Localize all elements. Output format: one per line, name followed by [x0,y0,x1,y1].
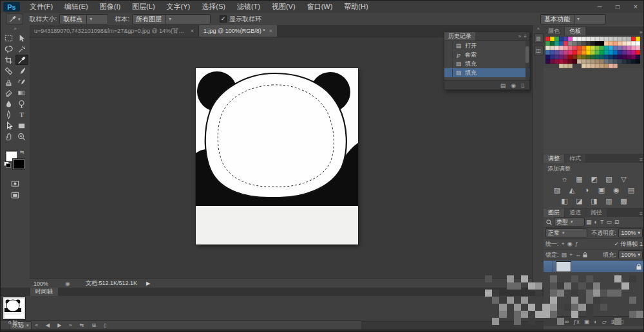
eyedropper-tool[interactable] [15,55,28,65]
color-swatch[interactable] [582,55,586,59]
color-swatch[interactable] [613,41,618,46]
color-swatch[interactable] [631,41,636,46]
color-swatch[interactable] [627,37,631,41]
color-swatch[interactable] [559,64,564,68]
color-swatch[interactable] [627,50,631,55]
color-swatch[interactable] [586,41,591,46]
color-swatch[interactable] [582,64,586,68]
history-source-checkbox[interactable] [444,60,453,68]
filter-shape-layers-icon[interactable]: ▭ [606,219,612,225]
color-swatch[interactable] [568,41,573,46]
color-swatch[interactable] [586,59,591,64]
color-swatch[interactable] [636,55,640,59]
color-swatch[interactable] [545,50,550,55]
brush-tool[interactable] [15,66,28,76]
menu-item[interactable]: 选择(S) [196,1,231,13]
color-swatch[interactable] [636,59,640,64]
crop-tool[interactable] [3,55,15,65]
adjustment-vibrance-icon[interactable]: ▽ [619,175,629,183]
zoom-tool[interactable] [15,131,28,142]
color-swatch[interactable] [618,37,622,41]
color-swatch[interactable] [559,55,564,59]
color-swatch[interactable] [618,55,622,59]
color-swatch[interactable] [622,41,627,46]
quick-mask-mode-button[interactable] [8,178,21,189]
animation-frame-1[interactable]: 1 [3,297,25,319]
menu-item[interactable]: 图层(L) [126,1,160,13]
next-frame-icon[interactable]: » [69,322,71,328]
color-swatch[interactable] [564,50,568,55]
swap-colors-icon[interactable]: ⇆ [20,149,24,155]
zoom-level-field[interactable]: 100% [33,281,48,287]
color-swatch[interactable] [604,37,609,41]
color-swatch[interactable] [568,50,573,55]
color-swatch[interactable] [568,55,573,59]
magic-wand-tool[interactable] [15,44,28,54]
color-swatch[interactable] [545,41,550,46]
background-layer-row[interactable] [544,261,644,272]
rectangle-shape-tool[interactable] [15,120,28,131]
tab-swatches[interactable]: 色板 [565,27,585,35]
color-swatch[interactable] [631,59,636,64]
lock-position-icon[interactable]: ↔ [575,252,581,258]
blur-tool[interactable] [3,98,15,109]
document-tab-active[interactable]: 1.jpg @ 100%(RGB/8) * × [199,25,277,37]
color-swatch[interactable] [550,37,554,41]
adjustment-levels-icon[interactable]: ▦ [574,175,584,183]
color-swatch[interactable] [631,50,636,55]
color-swatch[interactable] [595,55,600,59]
layer-visibility-toggle[interactable] [546,261,553,272]
color-swatch[interactable] [618,59,622,64]
color-swatch[interactable] [609,59,613,64]
color-swatch[interactable] [591,46,595,50]
color-swatch[interactable] [564,59,568,64]
delete-state-icon[interactable]: ▯ [521,82,524,89]
filter-type-layers-icon[interactable]: T [600,219,604,225]
color-swatch[interactable] [559,50,564,55]
filter-pixel-layers-icon[interactable]: ▦ [586,219,592,225]
color-swatch[interactable] [554,59,559,64]
panel-menu-icon[interactable]: ≡ [638,30,644,35]
unify-visibility-icon[interactable]: ◉ [567,241,573,247]
color-swatch[interactable] [554,37,559,41]
document-tab[interactable]: u=943189070,7432101098&fm=27&gp=0.jpg @ … [30,25,199,37]
pen-tool[interactable] [3,109,15,120]
menu-item[interactable]: 图像(I) [94,1,126,13]
close-button[interactable]: × [627,2,644,12]
color-swatch[interactable] [631,55,636,59]
new-snapshot-icon[interactable]: ◉ [511,82,516,89]
color-swatch[interactable] [573,55,577,59]
color-swatch[interactable] [609,50,613,55]
lock-transparent-pixels-icon[interactable]: ▨ [562,252,567,258]
color-swatch[interactable] [627,46,631,50]
unify-position-icon[interactable]: + [562,241,565,247]
adjustment-color-lookup-icon[interactable]: ▤ [627,186,636,194]
eraser-tool[interactable] [3,88,15,98]
dodge-tool[interactable] [15,98,28,109]
color-swatch[interactable] [627,59,631,64]
color-swatch[interactable] [591,37,595,41]
color-swatch[interactable] [568,37,573,41]
color-swatch[interactable] [573,41,577,46]
fill-value[interactable]: 100%▾ [618,250,643,259]
history-state-lasso[interactable]: ℘ 套索 [444,50,529,59]
color-swatch[interactable] [554,41,559,46]
color-swatch[interactable] [622,46,627,50]
duplicate-frame-icon[interactable]: ⊞ [91,322,96,328]
adjustment-color-balance-icon[interactable]: ◭ [567,186,577,194]
color-swatch[interactable] [559,46,564,50]
color-swatch[interactable] [591,64,595,68]
color-swatch[interactable] [550,55,554,59]
color-swatch[interactable] [636,46,640,50]
spot-healing-brush-tool[interactable] [3,66,15,76]
color-swatch[interactable] [604,55,609,59]
color-swatch[interactable] [618,50,622,55]
color-swatch[interactable] [577,41,582,46]
history-brush-tool[interactable] [15,77,28,87]
color-swatch[interactable] [545,37,550,41]
color-swatch[interactable] [577,46,582,50]
color-swatch[interactable] [613,64,618,68]
gradient-tool[interactable] [15,88,28,98]
menu-item[interactable]: 窗口(W) [301,1,339,13]
color-swatch[interactable] [564,55,568,59]
